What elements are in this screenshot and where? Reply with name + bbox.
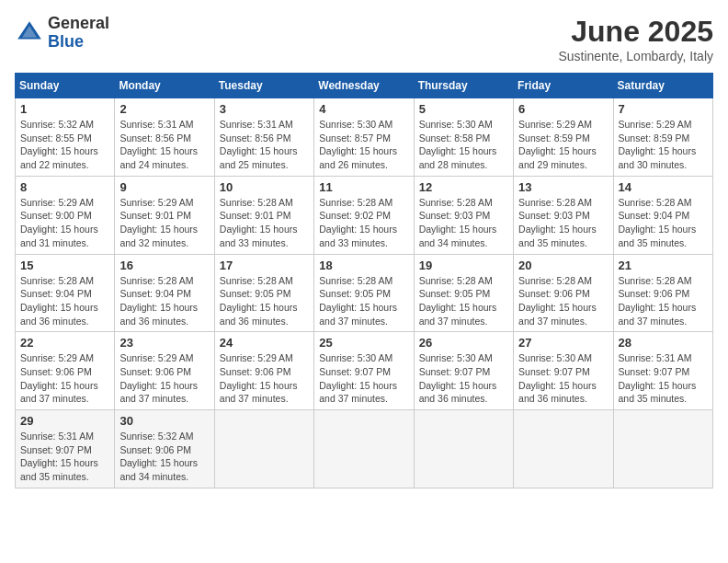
logo-blue: Blue [48, 32, 84, 51]
title-block: June 2025 Sustinente, Lombardy, Italy [558, 15, 713, 63]
calendar-week-row: 29Sunrise: 5:31 AMSunset: 9:07 PMDayligh… [16, 410, 713, 488]
day-info: Sunrise: 5:29 AMSunset: 9:06 PMDaylight:… [20, 351, 109, 406]
day-number: 5 [419, 102, 508, 116]
weekday-header-row: SundayMondayTuesdayWednesdayThursdayFrid… [16, 74, 713, 98]
day-info: Sunrise: 5:30 AMSunset: 9:07 PMDaylight:… [518, 351, 608, 406]
day-number: 11 [319, 180, 408, 194]
day-number: 18 [319, 259, 408, 272]
day-info: Sunrise: 5:28 AMSunset: 9:05 PMDaylight:… [419, 274, 508, 328]
day-info: Sunrise: 5:28 AMSunset: 9:06 PMDaylight:… [518, 274, 608, 328]
calendar-week-row: 8Sunrise: 5:29 AMSunset: 9:00 PMDaylight… [16, 176, 713, 254]
day-info: Sunrise: 5:28 AMSunset: 9:03 PMDaylight:… [518, 196, 608, 250]
day-info: Sunrise: 5:32 AMSunset: 9:06 PMDaylight:… [119, 430, 209, 484]
calendar-cell [613, 410, 712, 488]
weekday-header-cell: Thursday [414, 74, 513, 98]
day-number: 9 [119, 180, 209, 194]
day-number: 6 [518, 102, 608, 116]
day-number: 22 [20, 336, 109, 350]
day-info: Sunrise: 5:29 AMSunset: 8:59 PMDaylight:… [619, 118, 708, 172]
day-number: 15 [20, 259, 109, 272]
day-number: 26 [419, 336, 508, 350]
day-number: 10 [220, 180, 309, 194]
day-info: Sunrise: 5:28 AMSunset: 9:06 PMDaylight:… [619, 274, 708, 328]
logo-icon [15, 18, 44, 48]
day-number: 23 [119, 336, 209, 350]
calendar-cell: 25Sunrise: 5:30 AMSunset: 9:07 PMDayligh… [314, 332, 414, 410]
day-info: Sunrise: 5:32 AMSunset: 8:55 PMDaylight:… [20, 118, 109, 172]
calendar-table: SundayMondayTuesdayWednesdayThursdayFrid… [15, 73, 713, 488]
calendar-cell: 22Sunrise: 5:29 AMSunset: 9:06 PMDayligh… [16, 332, 115, 410]
month-title: June 2025 [558, 15, 713, 49]
day-info: Sunrise: 5:30 AMSunset: 8:58 PMDaylight:… [419, 118, 508, 172]
calendar-cell: 15Sunrise: 5:28 AMSunset: 9:04 PMDayligh… [16, 254, 115, 332]
weekday-header-cell: Sunday [16, 74, 115, 98]
calendar-cell: 27Sunrise: 5:30 AMSunset: 9:07 PMDayligh… [514, 332, 613, 410]
day-info: Sunrise: 5:28 AMSunset: 9:05 PMDaylight:… [319, 274, 408, 328]
calendar-cell: 28Sunrise: 5:31 AMSunset: 9:07 PMDayligh… [613, 332, 712, 410]
calendar-cell: 23Sunrise: 5:29 AMSunset: 9:06 PMDayligh… [115, 332, 214, 410]
calendar-cell: 12Sunrise: 5:28 AMSunset: 9:03 PMDayligh… [414, 176, 513, 254]
logo-text: General Blue [48, 15, 109, 52]
day-number: 20 [518, 259, 608, 272]
day-info: Sunrise: 5:28 AMSunset: 9:02 PMDaylight:… [319, 196, 408, 250]
day-info: Sunrise: 5:31 AMSunset: 9:07 PMDaylight:… [619, 351, 708, 406]
day-number: 14 [619, 180, 708, 194]
logo: General Blue [15, 15, 109, 52]
day-info: Sunrise: 5:28 AMSunset: 9:03 PMDaylight:… [419, 196, 508, 250]
day-info: Sunrise: 5:29 AMSunset: 9:00 PMDaylight:… [20, 196, 109, 250]
calendar-cell [314, 410, 414, 488]
location: Sustinente, Lombardy, Italy [558, 49, 713, 63]
day-number: 30 [119, 414, 209, 428]
day-number: 17 [220, 259, 309, 272]
day-info: Sunrise: 5:28 AMSunset: 9:04 PMDaylight:… [619, 196, 708, 250]
calendar-cell: 29Sunrise: 5:31 AMSunset: 9:07 PMDayligh… [16, 410, 115, 488]
weekday-header-cell: Saturday [613, 74, 712, 98]
day-number: 28 [619, 336, 708, 350]
calendar-cell: 1Sunrise: 5:32 AMSunset: 8:55 PMDaylight… [16, 98, 115, 177]
calendar-cell: 5Sunrise: 5:30 AMSunset: 8:58 PMDaylight… [414, 98, 513, 177]
day-number: 13 [518, 180, 608, 194]
calendar-cell [414, 410, 513, 488]
calendar-cell: 17Sunrise: 5:28 AMSunset: 9:05 PMDayligh… [214, 254, 313, 332]
day-number: 8 [20, 180, 109, 194]
day-info: Sunrise: 5:31 AMSunset: 8:56 PMDaylight:… [220, 118, 309, 172]
day-number: 12 [419, 180, 508, 194]
day-number: 27 [518, 336, 608, 350]
day-info: Sunrise: 5:31 AMSunset: 9:07 PMDaylight:… [20, 430, 109, 484]
day-info: Sunrise: 5:29 AMSunset: 9:01 PMDaylight:… [119, 196, 209, 250]
calendar-cell: 18Sunrise: 5:28 AMSunset: 9:05 PMDayligh… [314, 254, 414, 332]
day-number: 29 [20, 414, 109, 428]
calendar-cell: 19Sunrise: 5:28 AMSunset: 9:05 PMDayligh… [414, 254, 513, 332]
calendar-cell [214, 410, 313, 488]
day-info: Sunrise: 5:30 AMSunset: 9:07 PMDaylight:… [419, 351, 508, 406]
calendar-cell: 6Sunrise: 5:29 AMSunset: 8:59 PMDaylight… [514, 98, 613, 177]
day-info: Sunrise: 5:31 AMSunset: 8:56 PMDaylight:… [119, 118, 209, 172]
day-number: 7 [619, 102, 708, 116]
day-info: Sunrise: 5:28 AMSunset: 9:01 PMDaylight:… [220, 196, 309, 250]
weekday-header-cell: Tuesday [214, 74, 313, 98]
day-number: 25 [319, 336, 408, 350]
day-number: 3 [220, 102, 309, 116]
calendar-cell: 21Sunrise: 5:28 AMSunset: 9:06 PMDayligh… [613, 254, 712, 332]
day-number: 19 [419, 259, 508, 272]
calendar-cell: 3Sunrise: 5:31 AMSunset: 8:56 PMDaylight… [214, 98, 313, 177]
day-number: 24 [220, 336, 309, 350]
day-info: Sunrise: 5:28 AMSunset: 9:04 PMDaylight:… [119, 274, 209, 328]
calendar-week-row: 1Sunrise: 5:32 AMSunset: 8:55 PMDaylight… [16, 98, 713, 177]
calendar-cell: 2Sunrise: 5:31 AMSunset: 8:56 PMDaylight… [115, 98, 214, 177]
day-info: Sunrise: 5:29 AMSunset: 9:06 PMDaylight:… [220, 351, 309, 406]
day-number: 1 [20, 102, 109, 116]
calendar-cell: 11Sunrise: 5:28 AMSunset: 9:02 PMDayligh… [314, 176, 414, 254]
calendar-week-row: 15Sunrise: 5:28 AMSunset: 9:04 PMDayligh… [16, 254, 713, 332]
calendar-cell: 4Sunrise: 5:30 AMSunset: 8:57 PMDaylight… [314, 98, 414, 177]
day-info: Sunrise: 5:28 AMSunset: 9:05 PMDaylight:… [220, 274, 309, 328]
calendar-cell: 26Sunrise: 5:30 AMSunset: 9:07 PMDayligh… [414, 332, 513, 410]
day-info: Sunrise: 5:29 AMSunset: 8:59 PMDaylight:… [518, 118, 608, 172]
calendar-cell: 14Sunrise: 5:28 AMSunset: 9:04 PMDayligh… [613, 176, 712, 254]
calendar-cell: 9Sunrise: 5:29 AMSunset: 9:01 PMDaylight… [115, 176, 214, 254]
weekday-header-cell: Monday [115, 74, 214, 98]
day-info: Sunrise: 5:30 AMSunset: 9:07 PMDaylight:… [319, 351, 408, 406]
calendar-cell: 7Sunrise: 5:29 AMSunset: 8:59 PMDaylight… [613, 98, 712, 177]
calendar-cell: 10Sunrise: 5:28 AMSunset: 9:01 PMDayligh… [214, 176, 313, 254]
day-number: 16 [119, 259, 209, 272]
